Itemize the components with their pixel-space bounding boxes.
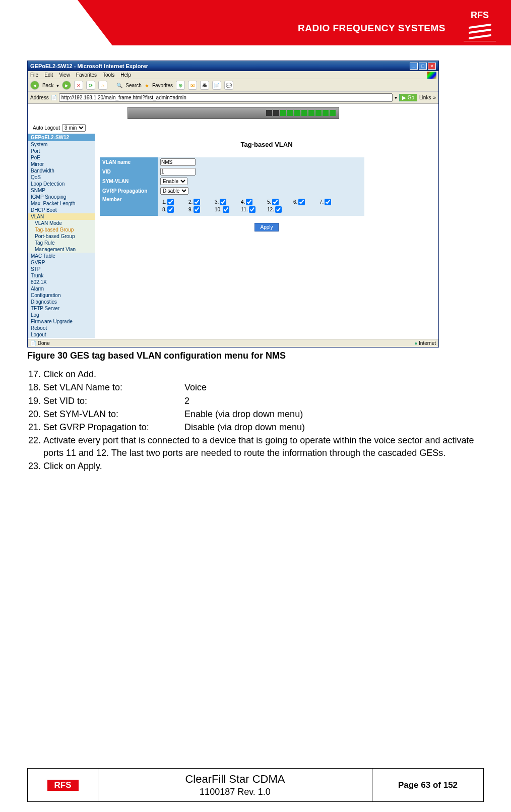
vid-label: VID: [100, 167, 158, 177]
vlan-name-label: VLAN name: [100, 157, 158, 167]
nav-vlan-mode[interactable]: VLAN Mode: [28, 220, 95, 226]
back-button[interactable]: ◄: [30, 81, 39, 90]
favorites-label: Favorites: [152, 83, 173, 88]
step-23: Click on Apply.: [43, 460, 484, 472]
chevron-right-icon[interactable]: »: [433, 95, 436, 100]
nav-stp[interactable]: STP: [28, 266, 95, 272]
nav-poe[interactable]: PoE: [28, 154, 95, 161]
member-6-checkbox[interactable]: [298, 199, 305, 205]
nav-logout[interactable]: Logout: [28, 331, 95, 338]
history-button[interactable]: ⊕: [176, 81, 185, 90]
gvrp-select[interactable]: Disable: [160, 187, 188, 195]
footer-rev: 1100187 Rev. 1.0: [200, 787, 271, 797]
url-input[interactable]: [59, 93, 393, 102]
nav-bandwidth[interactable]: Bandwidth: [28, 167, 95, 174]
instruction-list: Click on Add. Set VLAN Name to:Voice Set…: [27, 368, 484, 472]
search-icon[interactable]: 🔍: [116, 83, 122, 88]
nav-tftp[interactable]: TFTP Server: [28, 305, 95, 312]
nav-8021x[interactable]: 802.1X: [28, 279, 95, 285]
nav-system[interactable]: System: [28, 141, 95, 148]
nav-mirror[interactable]: Mirror: [28, 161, 95, 167]
member-8-checkbox[interactable]: [167, 206, 174, 213]
nav-maxpkt[interactable]: Max. Packet Length: [28, 200, 95, 207]
main-pane: Tag-based VLAN VLAN name VID S: [95, 134, 438, 338]
gvrp-label: GVRP Propagation: [100, 186, 158, 196]
minimize-button[interactable]: _: [410, 63, 418, 70]
member-1-checkbox[interactable]: [167, 199, 174, 205]
close-button[interactable]: ×: [428, 63, 436, 70]
discuss-button[interactable]: 💬: [224, 81, 233, 90]
nav-gvrp[interactable]: GVRP: [28, 259, 95, 266]
member-label: Member: [100, 196, 158, 216]
menu-view[interactable]: View: [59, 72, 70, 78]
nav-loop[interactable]: Loop Detection: [28, 181, 95, 187]
member-7-checkbox[interactable]: [325, 199, 331, 205]
stop-button[interactable]: ✕: [74, 81, 83, 90]
page-header: RADIO FREQUENCY SYSTEMS RFS: [0, 0, 511, 50]
member-5-checkbox[interactable]: [272, 199, 279, 205]
vlan-name-input[interactable]: [160, 158, 196, 166]
favorites-icon[interactable]: ★: [145, 83, 149, 88]
nav-tag-rule[interactable]: Tag Rule: [28, 240, 95, 246]
go-button[interactable]: ▶ Go: [399, 94, 417, 101]
member-2-checkbox[interactable]: [194, 199, 200, 205]
status-internet: Internet: [419, 340, 436, 346]
auto-logout-select[interactable]: 3 min: [62, 124, 86, 132]
nav-tag-group[interactable]: Tag-based Group: [28, 226, 95, 233]
nav-diag[interactable]: Diagnostics: [28, 299, 95, 305]
nav-qos[interactable]: QoS: [28, 174, 95, 181]
nav-reboot[interactable]: Reboot: [28, 325, 95, 331]
print-button[interactable]: 🖶: [200, 81, 209, 90]
back-label: Back: [42, 83, 53, 88]
windows-flag-icon: [427, 72, 436, 79]
nav-mac[interactable]: MAC Table: [28, 253, 95, 259]
footer-title-cell: ClearFill Star CDMA 1100187 Rev. 1.0: [98, 769, 372, 801]
nav-dhcp[interactable]: DHCP Boot: [28, 207, 95, 213]
auto-logout-label: Auto Logout: [33, 125, 60, 131]
window-title: GEPoEL2-SW12 - Microsoft Internet Explor…: [30, 63, 148, 69]
mail-button[interactable]: ✉: [188, 81, 197, 90]
refresh-button[interactable]: ⟳: [86, 81, 95, 90]
rfs-footer-logo-icon: RFS: [47, 780, 79, 791]
nav-igmp[interactable]: IGMP Snooping: [28, 194, 95, 200]
nav-vlan[interactable]: VLAN: [28, 213, 95, 220]
menu-file[interactable]: File: [30, 72, 38, 78]
member-11-checkbox[interactable]: [249, 206, 256, 213]
member-3-checkbox[interactable]: [220, 199, 226, 205]
done-icon: 📄: [30, 340, 36, 346]
sym-select[interactable]: Enable: [160, 178, 187, 185]
nav-trunk[interactable]: Trunk: [28, 272, 95, 279]
member-4-checkbox[interactable]: [246, 199, 252, 205]
menu-favorites[interactable]: Favorites: [76, 72, 97, 78]
vid-input[interactable]: [160, 168, 196, 176]
menu-edit[interactable]: Edit: [44, 72, 53, 78]
step-21: Set GVRP Propagation to:Disable (via dro…: [43, 421, 484, 433]
ie-toolbar: ◄ Back ▾ ► ✕ ⟳ ⌂ 🔍 Search ★ Favorites ⊕ …: [28, 79, 438, 92]
apply-button[interactable]: Apply: [254, 223, 278, 231]
home-button[interactable]: ⌂: [98, 81, 107, 90]
nav-mgmt-vlan[interactable]: Management Vlan: [28, 246, 95, 253]
brand-text: RADIO FREQUENCY SYSTEMS: [298, 23, 445, 34]
nav-config[interactable]: Configuration: [28, 292, 95, 299]
maximize-button[interactable]: □: [419, 63, 427, 70]
links-label[interactable]: Links: [419, 95, 431, 100]
member-12-checkbox[interactable]: [275, 206, 282, 213]
member-10-checkbox[interactable]: [223, 206, 229, 213]
nav-port[interactable]: Port: [28, 148, 95, 154]
member-9-checkbox[interactable]: [194, 206, 200, 213]
step-22: Activate every port that is connected to…: [43, 434, 484, 459]
footer-page: Page 63 of 152: [372, 769, 483, 801]
banner-bg: [78, 0, 511, 45]
forward-button[interactable]: ►: [62, 81, 71, 90]
footer-logo-cell: RFS: [28, 769, 98, 801]
menu-tools[interactable]: Tools: [103, 72, 114, 78]
nav-log[interactable]: Log: [28, 312, 95, 318]
nav-snmp[interactable]: SNMP: [28, 187, 95, 194]
edit-button[interactable]: 📄: [212, 81, 221, 90]
footer-title: ClearFill Star CDMA: [185, 773, 285, 786]
nav-alarm[interactable]: Alarm: [28, 285, 95, 292]
nav-firmware[interactable]: Firmware Upgrade: [28, 318, 95, 325]
step-18: Set VLAN Name to:Voice: [43, 381, 484, 393]
menu-help[interactable]: Help: [120, 72, 131, 78]
nav-port-group[interactable]: Port-based Group: [28, 233, 95, 240]
